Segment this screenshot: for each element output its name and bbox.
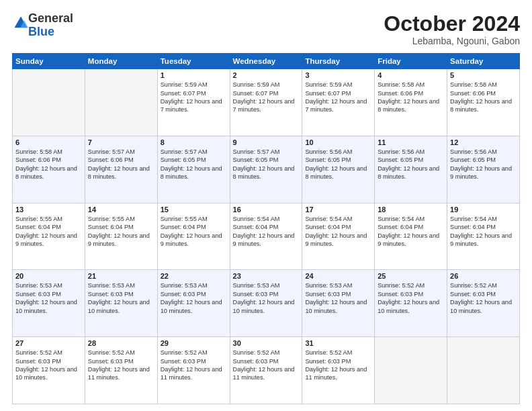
- day-number: 26: [450, 272, 517, 280]
- calendar-cell: 9Sunrise: 5:57 AMSunset: 6:05 PMDaylight…: [230, 136, 302, 203]
- day-number: 12: [450, 138, 517, 146]
- calendar-cell: 23Sunrise: 5:53 AMSunset: 6:03 PMDayligh…: [230, 270, 302, 337]
- day-number: 30: [233, 339, 300, 347]
- cell-info: Sunrise: 5:53 AMSunset: 6:03 PMDaylight:…: [15, 281, 82, 315]
- day-number: 29: [161, 339, 227, 347]
- calendar-cell: 15Sunrise: 5:55 AMSunset: 6:04 PMDayligh…: [157, 203, 230, 270]
- calendar-cell: 11Sunrise: 5:56 AMSunset: 6:05 PMDayligh…: [375, 136, 447, 203]
- day-number: 28: [88, 339, 154, 347]
- calendar-day-header: Saturday: [447, 54, 520, 69]
- calendar-week-row: 27Sunrise: 5:52 AMSunset: 6:03 PMDayligh…: [13, 337, 520, 404]
- calendar-day-header: Tuesday: [157, 54, 230, 69]
- day-number: 14: [88, 205, 154, 214]
- calendar-cell: 16Sunrise: 5:54 AMSunset: 6:04 PMDayligh…: [230, 203, 302, 270]
- calendar-table: SundayMondayTuesdayWednesdayThursdayFrid…: [12, 53, 520, 404]
- cell-info: Sunrise: 5:55 AMSunset: 6:04 PMDaylight:…: [88, 215, 154, 248]
- cell-info: Sunrise: 5:58 AMSunset: 6:06 PMDaylight:…: [378, 81, 444, 114]
- calendar-cell: 3Sunrise: 5:59 AMSunset: 6:07 PMDaylight…: [302, 69, 375, 136]
- cell-info: Sunrise: 5:52 AMSunset: 6:03 PMDaylight:…: [450, 281, 517, 315]
- day-number: 18: [378, 205, 444, 214]
- page: General Blue October 2024 Lebamba, Ngoun…: [0, 0, 532, 411]
- logo-blue: Blue: [28, 25, 54, 38]
- calendar-week-row: 20Sunrise: 5:53 AMSunset: 6:03 PMDayligh…: [13, 270, 520, 337]
- day-number: 17: [305, 205, 371, 214]
- day-number: 8: [161, 138, 227, 146]
- cell-info: Sunrise: 5:58 AMSunset: 6:06 PMDaylight:…: [450, 81, 517, 114]
- cell-info: Sunrise: 5:53 AMSunset: 6:03 PMDaylight:…: [305, 281, 371, 315]
- day-number: 22: [161, 272, 227, 280]
- calendar-cell: 26Sunrise: 5:52 AMSunset: 6:03 PMDayligh…: [447, 270, 520, 337]
- day-number: 19: [450, 205, 517, 214]
- calendar-cell: 14Sunrise: 5:55 AMSunset: 6:04 PMDayligh…: [85, 203, 157, 270]
- day-number: 27: [15, 339, 82, 347]
- cell-info: Sunrise: 5:53 AMSunset: 6:03 PMDaylight:…: [161, 281, 227, 315]
- header: General Blue October 2024 Lebamba, Ngoun…: [12, 12, 520, 46]
- calendar-cell: 31Sunrise: 5:52 AMSunset: 6:03 PMDayligh…: [302, 337, 375, 404]
- cell-info: Sunrise: 5:52 AMSunset: 6:03 PMDaylight:…: [378, 281, 444, 315]
- cell-info: Sunrise: 5:57 AMSunset: 6:06 PMDaylight:…: [88, 148, 154, 181]
- logo: General Blue: [12, 12, 73, 39]
- cell-info: Sunrise: 5:52 AMSunset: 6:03 PMDaylight:…: [88, 349, 154, 382]
- calendar-cell: 27Sunrise: 5:52 AMSunset: 6:03 PMDayligh…: [13, 337, 85, 404]
- calendar-cell: [447, 337, 520, 404]
- calendar-cell: 19Sunrise: 5:54 AMSunset: 6:04 PMDayligh…: [447, 203, 520, 270]
- calendar-cell: [375, 337, 447, 404]
- calendar-cell: 21Sunrise: 5:53 AMSunset: 6:03 PMDayligh…: [85, 270, 157, 337]
- calendar-cell: 12Sunrise: 5:56 AMSunset: 6:05 PMDayligh…: [447, 136, 520, 203]
- cell-info: Sunrise: 5:59 AMSunset: 6:07 PMDaylight:…: [161, 81, 227, 114]
- cell-info: Sunrise: 5:54 AMSunset: 6:04 PMDaylight:…: [378, 215, 444, 248]
- calendar-cell: 24Sunrise: 5:53 AMSunset: 6:03 PMDayligh…: [302, 270, 375, 337]
- calendar-cell: 6Sunrise: 5:58 AMSunset: 6:06 PMDaylight…: [13, 136, 85, 203]
- cell-info: Sunrise: 5:57 AMSunset: 6:05 PMDaylight:…: [161, 148, 227, 181]
- day-number: 1: [161, 71, 227, 79]
- cell-info: Sunrise: 5:58 AMSunset: 6:06 PMDaylight:…: [15, 148, 82, 181]
- cell-info: Sunrise: 5:54 AMSunset: 6:04 PMDaylight:…: [305, 215, 371, 248]
- logo-general: General: [28, 11, 73, 25]
- day-number: 5: [450, 71, 517, 79]
- day-number: 20: [15, 272, 82, 280]
- calendar-cell: 10Sunrise: 5:56 AMSunset: 6:05 PMDayligh…: [302, 136, 375, 203]
- cell-info: Sunrise: 5:55 AMSunset: 6:04 PMDaylight:…: [161, 215, 227, 248]
- day-number: 3: [305, 71, 371, 79]
- cell-info: Sunrise: 5:59 AMSunset: 6:07 PMDaylight:…: [233, 81, 300, 114]
- day-number: 2: [233, 71, 300, 79]
- calendar-cell: 18Sunrise: 5:54 AMSunset: 6:04 PMDayligh…: [375, 203, 447, 270]
- cell-info: Sunrise: 5:52 AMSunset: 6:03 PMDaylight:…: [233, 349, 300, 382]
- logo-text: General Blue: [28, 12, 73, 39]
- day-number: 10: [305, 138, 371, 146]
- day-number: 25: [378, 272, 444, 280]
- cell-info: Sunrise: 5:59 AMSunset: 6:07 PMDaylight:…: [305, 81, 371, 114]
- cell-info: Sunrise: 5:54 AMSunset: 6:04 PMDaylight:…: [450, 215, 517, 248]
- title-block: October 2024 Lebamba, Ngouni, Gabon: [384, 12, 520, 46]
- month-title: October 2024: [384, 12, 520, 36]
- cell-info: Sunrise: 5:52 AMSunset: 6:03 PMDaylight:…: [305, 349, 371, 382]
- calendar-cell: 17Sunrise: 5:54 AMSunset: 6:04 PMDayligh…: [302, 203, 375, 270]
- cell-info: Sunrise: 5:55 AMSunset: 6:04 PMDaylight:…: [15, 215, 82, 248]
- calendar-cell: 7Sunrise: 5:57 AMSunset: 6:06 PMDaylight…: [85, 136, 157, 203]
- cell-info: Sunrise: 5:54 AMSunset: 6:04 PMDaylight:…: [233, 215, 300, 248]
- cell-info: Sunrise: 5:52 AMSunset: 6:03 PMDaylight:…: [15, 349, 82, 382]
- calendar-week-row: 13Sunrise: 5:55 AMSunset: 6:04 PMDayligh…: [13, 203, 520, 270]
- day-number: 4: [378, 71, 444, 79]
- calendar-cell: 30Sunrise: 5:52 AMSunset: 6:03 PMDayligh…: [230, 337, 302, 404]
- calendar-cell: [13, 69, 85, 136]
- cell-info: Sunrise: 5:52 AMSunset: 6:03 PMDaylight:…: [161, 349, 227, 382]
- calendar-day-header: Thursday: [302, 54, 375, 69]
- day-number: 24: [305, 272, 371, 280]
- calendar-cell: [85, 69, 157, 136]
- day-number: 16: [233, 205, 300, 214]
- cell-info: Sunrise: 5:56 AMSunset: 6:05 PMDaylight:…: [305, 148, 371, 181]
- logo-icon: [13, 15, 28, 30]
- calendar-day-header: Wednesday: [230, 54, 302, 69]
- day-number: 15: [161, 205, 227, 214]
- calendar-week-row: 1Sunrise: 5:59 AMSunset: 6:07 PMDaylight…: [13, 69, 520, 136]
- calendar-cell: 22Sunrise: 5:53 AMSunset: 6:03 PMDayligh…: [157, 270, 230, 337]
- calendar-cell: 28Sunrise: 5:52 AMSunset: 6:03 PMDayligh…: [85, 337, 157, 404]
- cell-info: Sunrise: 5:53 AMSunset: 6:03 PMDaylight:…: [88, 281, 154, 315]
- day-number: 13: [15, 205, 82, 214]
- day-number: 11: [378, 138, 444, 146]
- calendar-day-header: Friday: [375, 54, 447, 69]
- calendar-cell: 4Sunrise: 5:58 AMSunset: 6:06 PMDaylight…: [375, 69, 447, 136]
- day-number: 21: [88, 272, 154, 280]
- location: Lebamba, Ngouni, Gabon: [384, 36, 520, 46]
